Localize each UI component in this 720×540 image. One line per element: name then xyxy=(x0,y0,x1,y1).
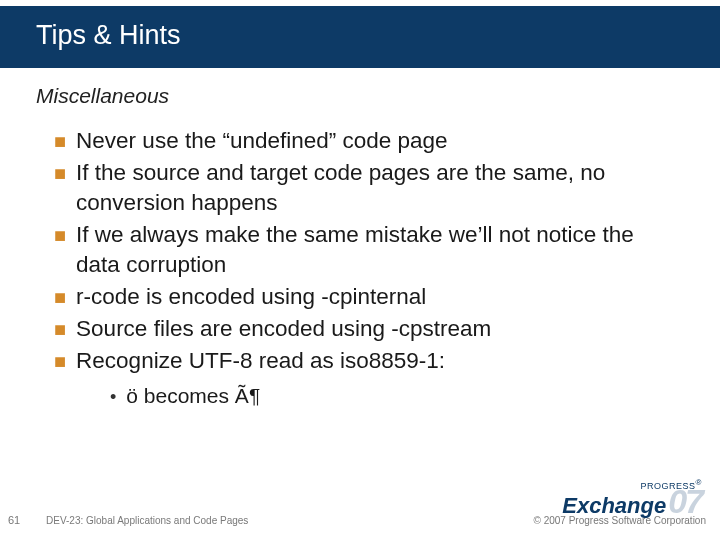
dot-bullet-icon: • xyxy=(110,384,116,410)
square-bullet-icon: ■ xyxy=(54,314,66,344)
bullet-item: ■ Never use the “undefined” code page xyxy=(54,126,660,156)
square-bullet-icon: ■ xyxy=(54,158,66,188)
bullet-item: ■ Recognize UTF-8 read as iso8859-1: xyxy=(54,346,660,376)
square-bullet-icon: ■ xyxy=(54,220,66,250)
square-bullet-icon: ■ xyxy=(54,282,66,312)
footer: 61 DEV-23: Global Applications and Code … xyxy=(0,494,720,540)
slide-title: Tips & Hints xyxy=(36,20,181,51)
footer-copyright: © 2007 Progress Software Corporation xyxy=(534,515,706,526)
bullet-text: r-code is encoded using -cpinternal xyxy=(76,282,426,312)
bullet-text: Source files are encoded using -cpstream xyxy=(76,314,491,344)
bullet-text: Never use the “undefined” code page xyxy=(76,126,448,156)
bullet-text: Recognize UTF-8 read as iso8859-1: xyxy=(76,346,445,376)
square-bullet-icon: ■ xyxy=(54,346,66,376)
slide-subhead: Miscellaneous xyxy=(0,68,720,108)
sub-bullet-item: • ö becomes Ã¶ xyxy=(110,384,660,410)
sub-bullet-text: ö becomes Ã¶ xyxy=(126,384,260,408)
bullet-item: ■ r-code is encoded using -cpinternal xyxy=(54,282,660,312)
bullet-item: ■ Source files are encoded using -cpstre… xyxy=(54,314,660,344)
content-area: ■ Never use the “undefined” code page ■ … xyxy=(0,108,660,410)
footer-session-title: DEV-23: Global Applications and Code Pag… xyxy=(46,515,248,526)
title-band: Tips & Hints xyxy=(0,0,720,68)
square-bullet-icon: ■ xyxy=(54,126,66,156)
page-number: 61 xyxy=(8,514,20,526)
bullet-text: If the source and target code pages are … xyxy=(76,158,660,218)
slide: Tips & Hints Miscellaneous ■ Never use t… xyxy=(0,0,720,540)
bullet-item: ■ If we always make the same mistake we’… xyxy=(54,220,660,280)
bullet-text: If we always make the same mistake we’ll… xyxy=(76,220,660,280)
bullet-item: ■ If the source and target code pages ar… xyxy=(54,158,660,218)
